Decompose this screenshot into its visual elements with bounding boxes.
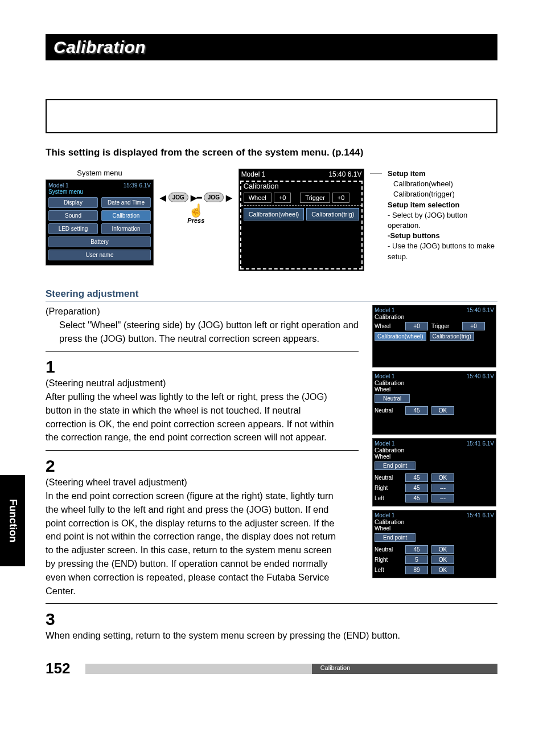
arrow-right-icon-2: ▶ [226,193,232,202]
m2-model: Model 1 [375,373,395,379]
m4-time: 15:41 6.1V [467,512,494,518]
m4-r2-ok: OK [431,555,454,564]
wheel-label: Wheel [244,193,272,203]
calib-wheel-button[interactable]: Calibration(wheel) [244,208,305,220]
m2-r1-val: 45 [405,406,428,415]
menu-item-battery[interactable]: Battery [48,236,151,247]
m1-tval: +0 [462,322,485,330]
m3-r2-lbl: Right [375,485,402,491]
m3-r3-ok: --- [431,494,454,502]
m2-sub: Wheel [375,386,494,393]
m2-title: Calibration [375,379,494,386]
prep-text: Select "Wheel" (steering side) by (JOG) … [46,318,359,346]
setup-buttons-label: -Setup buttons [388,231,497,241]
calib-trig-button[interactable]: Calibration(trig) [306,208,359,220]
step-1-label: (Steering neutral adjustment) [46,378,166,388]
arrow-left-icon: ◀ [160,193,166,202]
m1-wval: +0 [405,322,428,330]
menu-item-sound[interactable]: Sound [48,210,98,221]
step-2-label: (Steering wheel travel adjustment) [46,477,187,487]
page-title: Calibration [46,34,497,60]
mini-screen-3: Model 115:41 6.1V Calibration Wheel End … [372,438,496,506]
m2-r1-ok: OK [431,406,454,415]
cal-time: 15:40 6.1V [328,170,361,178]
m4-r1-lbl: Neutral [375,546,402,553]
m3-sub: Wheel [375,453,494,460]
m3-r2-ok: --- [431,484,454,492]
m1-title: Calibration [375,313,494,320]
m4-r2-val: 5 [405,555,428,564]
m3-r3-lbl: Left [375,495,402,501]
screen-title: System menu [48,189,151,195]
setup-buttons-text: - Use the (JOG) buttons to make setup. [388,241,497,261]
setup-selection-label: Setup item selection [388,200,497,210]
m2-badge: Neutral [375,394,410,403]
time-label: 15:39 6.1V [124,182,151,189]
m1-wheel: Wheel [375,323,402,329]
m3-r1-lbl: Neutral [375,475,402,481]
calibration-screen: Model 115:40 6.1V Calibration Wheel +0 T… [238,169,365,271]
step-1-number: 1 [46,357,63,377]
footer-label: Calibration [320,664,351,671]
m1-b1[interactable]: Calibration(wheel) [375,332,426,341]
subhead: This setting is displayed from the scree… [46,147,497,158]
menu-item-info[interactable]: Information [101,223,151,234]
step-1-text: After pulling the wheel was lightly to t… [46,391,334,442]
step-3-number: 3 [46,610,63,629]
arrow-right-icon: ▶━ [191,193,201,202]
trigger-label: Trigger [300,193,330,203]
setup-item-2: Calibration(trigger) [388,189,497,199]
m2-r1-lbl: Neutral [375,407,402,414]
menu-item-username[interactable]: User name [48,250,151,260]
m4-r1-val: 45 [405,545,428,554]
step-2-number: 2 [46,456,63,476]
m3-model: Model 1 [375,440,395,447]
setup-item-label: Setup item [388,169,497,179]
step-3-text: When ending setting, return to the syste… [46,629,479,643]
m2-time: 15:40 6.1V [467,373,494,379]
sysmenu-label: System menu [46,169,154,177]
note-box [46,99,497,133]
menu-item-calibration[interactable]: Calibration [101,210,151,221]
m4-r2-lbl: Right [375,557,402,563]
hand-press-icon: ☝ [188,203,204,218]
m4-sub: Wheel [375,525,494,532]
page-number: 152 [46,660,85,677]
cal-title: Calibration [241,182,362,190]
menu-item-display[interactable]: Display [48,197,98,208]
m3-time: 15:41 6.1V [467,440,494,447]
trigger-value: +0 [332,193,350,203]
system-menu-screen: Model 115:39 6.1V System menu DisplayDat… [46,179,154,265]
wheel-value: +0 [274,193,291,203]
m4-r3-val: 89 [405,566,428,574]
m4-r3-ok: OK [431,566,454,574]
model-label: Model 1 [48,182,69,189]
m4-model: Model 1 [375,512,395,518]
mini-screen-4: Model 115:41 6.1V Calibration Wheel End … [372,510,496,578]
m4-title: Calibration [375,518,494,525]
m3-r1-val: 45 [405,473,428,482]
m1-b2[interactable]: Calibration(trig) [430,332,474,341]
m4-r1-ok: OK [431,545,454,554]
cal-model: Model 1 [241,170,266,178]
m4-r3-lbl: Left [375,567,402,573]
jog-indicator: ◀ JOG ▶━ JOG ▶ ☝ Press [159,169,233,224]
mini-screen-1: Model 115:40 6.1V Calibration Wheel+0Tri… [372,305,496,367]
setup-description: Setup item Calibration(wheel) Calibratio… [388,169,497,262]
menu-item-led[interactable]: LED setting [48,223,98,234]
section-header-steering: Steering adjustment [46,288,497,301]
connector-line [370,173,382,174]
prep-label: (Preparation) [46,305,359,318]
step-2-text: In the end point correction screen (figu… [46,491,336,595]
mini-screen-2: Model 115:40 6.1V Calibration Wheel Neut… [372,371,496,435]
m4-badge: End point [375,533,416,542]
m1-time: 15:40 6.1V [467,307,494,313]
m3-r2-val: 45 [405,484,428,492]
m1-trigger: Trigger [431,323,459,329]
press-label: Press [187,217,204,224]
jog-pill-2: JOG [204,193,224,202]
jog-pill: JOG [168,193,188,202]
menu-item-datetime[interactable]: Date and Time [101,197,151,208]
footer-bar: Calibration [85,664,497,674]
footer: 152 Calibration [46,660,497,677]
